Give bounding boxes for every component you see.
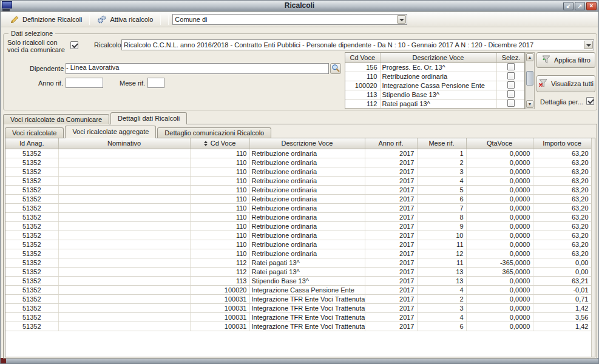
tabs-level2: Voci ricalcolate Voci ricalcolate aggreg…	[5, 125, 272, 138]
table-row[interactable]: 51352110Retribuzione ordinaria2017100,00…	[5, 231, 591, 240]
anno-rif-input[interactable]	[66, 78, 103, 88]
tab-voci-ricalcolate-aggregate[interactable]: Voci ricalcolate aggregate	[65, 126, 156, 138]
table-row[interactable]: 51352110Retribuzione ordinaria2017110,00…	[5, 240, 591, 249]
results-table-body: 51352110Retribuzione ordinaria201710,000…	[5, 149, 591, 331]
col-header-cd-voce[interactable]: Cd Voce	[190, 138, 249, 149]
table-row[interactable]: 51352110Retribuzione ordinaria201760,000…	[5, 194, 591, 203]
attiva-ricalcolo-button[interactable]: Attiva ricalcolo	[93, 13, 157, 25]
dipendente-search-button[interactable]	[330, 63, 341, 74]
voci-row[interactable]: 100020Integrazione Cassa Pensione Ente	[345, 81, 525, 90]
restore-down-button[interactable]: ↙	[563, 2, 574, 10]
dipendente-label: Dipendente	[30, 65, 64, 72]
table-row[interactable]: 51352110Retribuzione ordinaria201780,000…	[5, 212, 591, 221]
tab-label: Dettaglio comunicazioni Ricalcolo	[164, 129, 264, 136]
close-button[interactable]: ×	[586, 2, 597, 10]
col-header-nominativo[interactable]: Nominativo	[58, 138, 190, 149]
dipendente-field[interactable]: - Linea Lavorativa	[66, 63, 329, 74]
definizione-ricalcoli-button[interactable]: Definizione Ricalcoli	[6, 13, 86, 25]
solo-ricalcoli-checkbox[interactable]	[70, 41, 78, 49]
table-row[interactable]: 51352110Retribuzione ordinaria201790,000…	[5, 221, 591, 231]
chevron-down-icon[interactable]	[397, 15, 406, 24]
visualizza-tutti-label: Visualizza tutti	[551, 80, 594, 87]
toolbar-separator	[89, 15, 90, 25]
voci-row[interactable]: 112Ratei pagati 13^	[345, 99, 525, 108]
col-header-id-anag[interactable]: Id Anag.	[5, 138, 58, 149]
anno-rif-label: Anno rif.	[38, 79, 63, 87]
dettagli-panel: Id Anag. Nominativo Cd Voce Descrizione …	[3, 124, 597, 359]
table-row[interactable]: 51352113Stipendio Base 13^2017130,000063…	[5, 276, 591, 285]
voci-row[interactable]: 113Stipendio Base 13^	[345, 90, 525, 99]
results-header-row: Id Anag. Nominativo Cd Voce Descrizione …	[5, 138, 591, 149]
group-title: Dati selezione	[8, 30, 55, 37]
voce-select-checkbox[interactable]	[507, 63, 515, 70]
table-row[interactable]: 51352110Retribuzione ordinaria201730,000…	[5, 167, 591, 176]
window-controls: ↙ ↗ ×	[563, 2, 597, 10]
tab-voci-ricalcolate-da-comunicare[interactable]: Voci ricalcolate da Comunicare	[3, 114, 109, 124]
tab-label: Voci ricalcolate da Comunicare	[10, 116, 102, 123]
tab-dettagli-dati-ricalcoli[interactable]: Dettagli dati Ricalcoli	[110, 112, 187, 124]
voci-row[interactable]: 110Retribuzione ordinaria	[345, 72, 525, 81]
ricalcolo-combobox[interactable]: Ricalcolo C.C.N.L. anno 2016/2018 - Cont…	[121, 39, 594, 50]
scroll-up-icon[interactable]: ▲	[526, 53, 533, 61]
table-row[interactable]: 51352112Ratei pagati 13^201713365,00000,…	[5, 267, 591, 276]
voce-select-checkbox[interactable]	[507, 81, 515, 89]
voci-header-selez[interactable]: Selez.	[496, 53, 525, 62]
applica-filtro-button[interactable]: Applica filtro	[536, 52, 595, 68]
grid-scroll-strip[interactable]	[591, 138, 595, 357]
scrollbar-thumb[interactable]	[526, 71, 533, 86]
table-row[interactable]: 51352100031Integrazione TFR Ente Voci Tr…	[5, 294, 591, 303]
tabs-level1: Voci ricalcolate da Comunicare Dettagli …	[3, 112, 188, 124]
title-bar: Ricalcoli ↙ ↗ ×	[1, 1, 598, 12]
voci-scrollbar[interactable]: ▲ ▼	[525, 52, 535, 109]
tab-voci-ricalcolate[interactable]: Voci ricalcolate	[5, 127, 64, 138]
voce-select-checkbox[interactable]	[507, 99, 515, 107]
col-header-label: Cd Voce	[211, 140, 236, 147]
toolbar-separator	[168, 15, 169, 25]
table-row[interactable]: 51352100031Integrazione TFR Ente Voci Tr…	[5, 322, 591, 331]
pencil-icon	[10, 15, 19, 24]
dati-selezione-group: Dati selezione Solo ricalcoli con voci d…	[3, 33, 597, 110]
results-table: Id Anag. Nominativo Cd Voce Descrizione …	[5, 138, 592, 331]
chevron-down-icon[interactable]	[584, 41, 593, 49]
window-bottom-edge	[1, 358, 598, 363]
table-row[interactable]: 51352110Retribuzione ordinaria2017120,00…	[5, 249, 591, 258]
ricalcolo-label: Ricalcolo	[94, 41, 121, 49]
col-header-anno-rif[interactable]: Anno rif.	[365, 138, 417, 149]
results-panel: Id Anag. Nominativo Cd Voce Descrizione …	[5, 138, 595, 357]
table-row[interactable]: 51352110Retribuzione ordinaria201720,000…	[5, 158, 591, 167]
visualizza-tutti-button[interactable]: Visualizza tutti	[536, 75, 595, 92]
col-header-importo-voce[interactable]: Importo voce	[533, 138, 591, 149]
voce-select-checkbox[interactable]	[507, 72, 515, 79]
table-row[interactable]: 51352100020Integrazione Cassa Pensione E…	[5, 285, 591, 294]
tab-label: Dettagli dati Ricalcoli	[118, 115, 180, 122]
table-row[interactable]: 51352100031Integrazione TFR Ente Voci Tr…	[5, 312, 591, 322]
search-icon	[331, 66, 340, 73]
col-header-mese-rif[interactable]: Mese rif.	[417, 138, 466, 149]
col-header-qtavoce[interactable]: QtaVoce	[466, 138, 533, 149]
window-title: Ricalcoli	[1, 1, 598, 11]
tab-label: Voci ricalcolate	[12, 129, 56, 136]
scroll-down-icon[interactable]: ▼	[526, 100, 533, 108]
table-row[interactable]: 51352100031Integrazione TFR Ente Voci Tr…	[5, 303, 591, 312]
table-row[interactable]: 51352110Retribuzione ordinaria201740,000…	[5, 176, 591, 185]
tab-dettaglio-comunicazioni-ricalcolo[interactable]: Dettaglio comunicazioni Ricalcolo	[157, 127, 271, 138]
filter-clear-icon	[538, 78, 548, 89]
voci-row[interactable]: 156Progress. Ec. Or. 13^	[345, 62, 525, 72]
voce-select-checkbox[interactable]	[507, 90, 515, 98]
comune-combobox[interactable]: Comune di	[172, 14, 407, 25]
table-row[interactable]: 51352110Retribuzione ordinaria201710,000…	[5, 149, 591, 158]
table-row[interactable]: 51352112Ratei pagati 13^201711-365,00000…	[5, 258, 591, 267]
resize-grip[interactable]	[1, 358, 6, 363]
sort-icon	[204, 141, 208, 146]
col-header-descrizione-voce[interactable]: Descrizione Voce	[249, 138, 365, 149]
table-row[interactable]: 51352110Retribuzione ordinaria201770,000…	[5, 203, 591, 212]
mese-rif-input[interactable]	[147, 78, 164, 88]
voci-header-desc[interactable]: Descrizione Voce	[380, 53, 496, 62]
tab-label: Voci ricalcolate aggregate	[72, 128, 149, 135]
maximize-button[interactable]: ↗	[575, 2, 585, 10]
voci-header-cd[interactable]: Cd Voce	[345, 53, 380, 62]
table-row[interactable]: 51352110Retribuzione ordinaria201750,000…	[5, 185, 591, 194]
toolbar-separator	[160, 15, 161, 25]
dettaglia-per-checkbox[interactable]	[586, 97, 594, 105]
app-window: Ricalcoli ↙ ↗ × Definizione Ricalcoli At…	[0, 0, 599, 364]
